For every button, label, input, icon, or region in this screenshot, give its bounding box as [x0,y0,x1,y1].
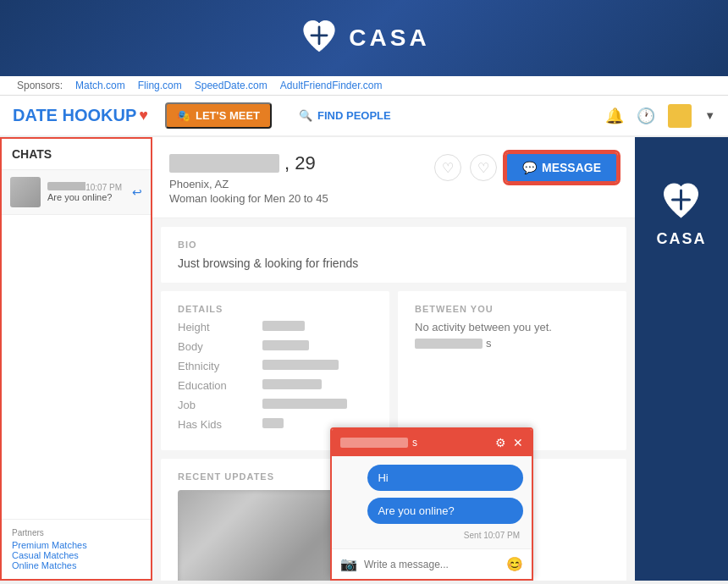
profile-info: , 29 Phoenix, AZ Woman looking for Men 2… [169,152,328,205]
top-banner: CASA [0,0,728,76]
right-logo: CASA [656,179,706,248]
education-label: Education [178,379,245,392]
dropdown-arrow-icon[interactable]: ▼ [704,109,715,122]
chat-message-2: Are you online? [367,498,523,524]
main-layout: CHATS ts 10:07 PM Are you online? ↩ Part… [0,137,728,581]
profile-name: , 29 [169,152,328,174]
chat-name: ts [47,182,85,192]
height-value [262,321,305,331]
like-icon[interactable]: ♡ [470,154,497,181]
casual-matches-link[interactable]: Casual Matches [12,550,141,560]
job-value [262,399,347,409]
chat-messages-area: Hi Are you online? Sent 10:07 PM [332,456,532,548]
profile-age: , 29 [284,152,316,174]
ethnicity-value [262,360,339,370]
sponsors-label: Sponsors: [17,80,63,91]
right-sidebar-heart-icon [658,179,704,226]
chat-avatar-image [10,177,41,207]
between-section: BETWEEN YOU No activity between you yet.… [398,291,626,450]
partners-label: Partners [12,528,141,537]
details-between-row: DETAILS Height Body Ethnicity Education [161,291,626,450]
detail-education: Education [178,379,372,392]
details-section: DETAILS Height Body Ethnicity Education [161,291,389,450]
chat-message: Are you online? [47,192,122,202]
chats-header: CHATS [2,139,151,170]
profile-content: , 29 Phoenix, AZ Woman looking for Men 2… [152,137,635,581]
banner-logo: CASA [298,17,429,59]
profile-location: Phoenix, AZ [169,178,328,190]
profile-name-blur [169,154,279,173]
bio-label: BIO [178,240,609,250]
profile-actions: ♡ ♡ 💬 MESSAGE [434,152,618,183]
lets-meet-icon: 🎭 [177,109,190,122]
photo-blur-overlay [178,490,347,581]
sponsor-aff[interactable]: AdultFriendFinder.com [280,80,383,91]
chat-message-1: Hi [367,465,523,491]
sponsor-fling[interactable]: Fling.com [138,80,182,91]
ethnicity-label: Ethnicity [178,360,245,372]
nav-bar: DATE HOOKUP ♥ 🎭 LET'S MEET 🔍 FIND PEOPLE… [0,96,728,137]
body-value [262,340,309,350]
lets-meet-button[interactable]: 🎭 LET'S MEET [165,102,272,129]
detail-ethnicity: Ethnicity [178,360,372,372]
chat-popup-header: s ⚙ ✕ [332,429,532,456]
camera-icon[interactable]: 📷 [340,556,357,572]
find-people-label: FIND PEOPLE [317,109,391,122]
banner-title: CASA [349,25,429,52]
chat-settings-icon[interactable]: ⚙ [495,436,506,449]
premium-matches-link[interactable]: Premium Matches [12,540,141,550]
chat-popup-controls: ⚙ ✕ [495,436,523,449]
height-label: Height [178,321,245,333]
chat-popup-username: s [340,437,417,449]
user-avatar[interactable] [668,104,692,128]
find-people-icon: 🔍 [299,109,312,122]
detail-job: Job [178,399,372,411]
favorite-icon[interactable]: ♡ [434,154,461,181]
chat-info: ts 10:07 PM Are you online? [47,182,122,202]
notification-icon[interactable]: 🔔 [605,107,624,125]
between-name-blur [415,339,483,349]
body-label: Body [178,340,245,353]
chat-close-icon[interactable]: ✕ [513,436,523,449]
message-icon: 💬 [522,161,537,174]
chat-list-item[interactable]: ts 10:07 PM Are you online? ↩ [2,170,151,215]
kids-label: Has Kids [178,418,245,431]
bio-text: Just browsing & looking for friends [178,256,609,270]
site-heart-icon: ♥ [139,107,148,124]
details-label: DETAILS [178,304,372,314]
chat-sent-time: Sent 10:07 PM [340,531,520,540]
detail-body: Body [178,340,372,353]
site-name: DATE HOOKUP [13,106,136,125]
chat-message-input[interactable] [364,559,499,570]
detail-height: Height [178,321,372,333]
chat-avatar [10,177,41,207]
message-button[interactable]: 💬 MESSAGE [505,152,618,183]
message-label: MESSAGE [542,161,601,174]
chat-input-area: 📷 😊 [332,548,532,579]
chat-popup-name-blur [340,438,408,448]
profile-seeking: Woman looking for Men 20 to 45 [169,192,328,205]
lets-meet-label: LET'S MEET [196,109,260,122]
right-sidebar: CASA [635,137,728,581]
sponsor-match[interactable]: Match.com [75,80,125,91]
find-people-button[interactable]: 🔍 FIND PEOPLE [289,104,401,127]
nav-icons: 🔔 🕐 ▼ [605,104,715,128]
profile-header: , 29 Phoenix, AZ Woman looking for Men 2… [152,137,635,218]
sponsors-bar: Sponsors: Match.com Fling.com SpeedDate.… [0,76,728,96]
sidebar-empty-space [2,215,151,519]
clock-icon[interactable]: 🕐 [637,107,655,125]
chat-arrow-icon: ↩ [132,185,142,199]
site-title: DATE HOOKUP ♥ [13,106,148,125]
online-matches-link[interactable]: Online Matches [12,560,141,570]
chat-popup: s ⚙ ✕ Hi Are you online? Sent 10:07 PM 📷… [330,427,533,581]
education-value [262,379,322,389]
sidebar-footer: Partners Premium Matches Casual Matches … [2,519,151,579]
job-label: Job [178,399,245,411]
chat-name-blur [47,182,85,190]
sponsor-speeddate[interactable]: SpeedDate.com [195,80,267,91]
recent-photo [178,490,347,581]
emoji-icon[interactable]: 😊 [506,556,523,572]
right-logo-text: CASA [656,230,706,248]
banner-heart-icon [298,17,340,59]
between-text: No activity between you yet. s [415,321,609,350]
